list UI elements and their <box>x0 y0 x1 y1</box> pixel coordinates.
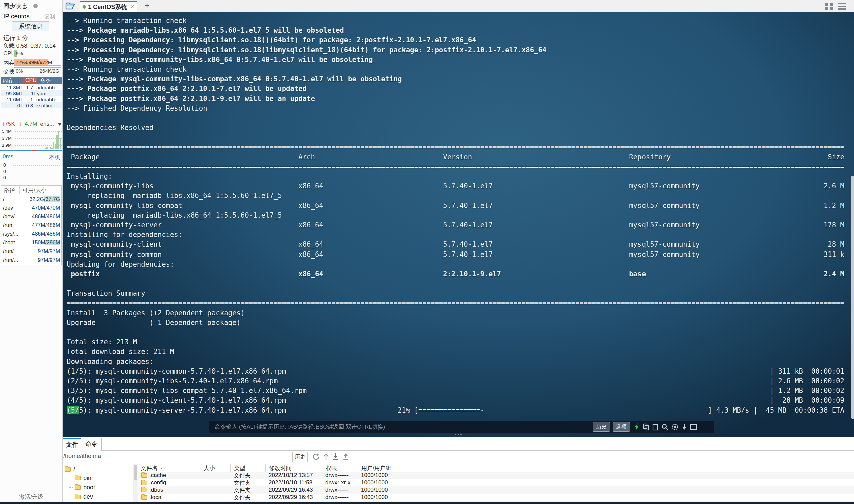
terminal-line: replacing mariadb-libs.x86_64 1:5.5.60-1… <box>67 212 844 221</box>
terminal-line <box>67 280 844 289</box>
tree-connector <box>69 487 74 488</box>
file-browser: /binbootdevetc 文件名▲大小类型修改时间权限用户/用户组 .cac… <box>63 464 854 502</box>
paste-icon[interactable] <box>652 423 658 431</box>
process-row[interactable]: 11.8M1.7urlgrabb <box>1 84 62 90</box>
system-info-button[interactable]: 系统信息 <box>12 21 49 31</box>
command-input[interactable] <box>215 424 590 430</box>
terminal-line: mysql-community-common x86_64 5.7.40-1.e… <box>67 251 844 260</box>
terminal-scrollbar[interactable] <box>851 176 854 419</box>
ping-target-link[interactable]: 本机 <box>49 154 60 161</box>
tab-files[interactable]: 文件 <box>63 438 81 451</box>
download-arrow-icon[interactable] <box>682 423 687 430</box>
file-header-4[interactable]: 权限 <box>322 464 358 472</box>
activate-upgrade-link[interactable]: 激活/升级 <box>0 493 62 501</box>
file-row[interactable]: .dbus文件夹2022/09/29 16:43drwx------1000/1… <box>138 486 854 494</box>
terminal-line: Installing for dependencies: <box>67 231 844 240</box>
tab-centos[interactable]: 1 CentOS系统 × <box>80 1 138 12</box>
network-bar <box>48 149 49 149</box>
network-bar <box>60 138 61 149</box>
layout-grid-icon[interactable] <box>825 3 833 10</box>
memory-meter-row: 内存 72%699M/972M <box>0 59 62 66</box>
tree-item-dev[interactable]: dev <box>69 492 93 501</box>
file-row[interactable]: .config文件夹2022/10/10 11:58drwxr-xr-x1000… <box>138 479 854 486</box>
file-row[interactable]: .local文件夹2022/09/29 16:43drwx------1000/… <box>138 494 854 501</box>
network-bar <box>58 131 59 149</box>
process-row[interactable]: 11.6M1urlgrabb <box>1 96 62 103</box>
gear-icon[interactable] <box>671 423 678 431</box>
chevron-down-icon[interactable] <box>58 123 62 126</box>
ping-graph: 0 0 0 <box>1 162 62 181</box>
disk-row[interactable]: /run/...97M/97M <box>1 256 61 265</box>
window-icon[interactable] <box>690 424 697 430</box>
process-table-body: 11.8M1.7urlgrabb99.8M1yum11.6M1urlgrabb0… <box>1 84 62 108</box>
sidebar: 同步状态 IP centos 复制 系统信息 运行 1 分 负载 0.58, 0… <box>0 0 63 502</box>
file-header-3[interactable]: 修改时间 <box>265 464 322 472</box>
search-icon[interactable] <box>661 423 668 430</box>
sort-ascending-icon[interactable]: ▲ <box>160 466 163 470</box>
download-arrow-icon: ↓ <box>19 121 22 127</box>
lightning-icon[interactable] <box>634 423 639 431</box>
download-file-icon[interactable] <box>332 453 339 460</box>
copy-icon[interactable] <box>642 423 649 431</box>
disk-row[interactable]: /sys/...486M/486M <box>1 230 61 238</box>
copy-ip-link[interactable]: 复制 <box>44 13 55 20</box>
process-header-command[interactable]: 命令 <box>37 77 62 84</box>
cpu-meter: 6% <box>14 50 61 57</box>
file-header-1[interactable]: 大小 <box>200 464 230 472</box>
file-row[interactable]: .cache文件夹2022/10/12 13:57drwx------1000/… <box>138 472 854 479</box>
disk-row[interactable]: /dev/...486M/486M <box>1 213 61 221</box>
terminal-line: Installing: <box>67 173 844 182</box>
menu-hamburger-icon[interactable] <box>838 3 846 10</box>
history-button[interactable]: 历史 <box>593 422 610 432</box>
path-history-button[interactable]: 历史 <box>292 452 308 462</box>
path-input[interactable] <box>63 453 250 460</box>
process-header-memory[interactable]: 内存 <box>1 77 23 84</box>
ping-latency: 0ms <box>3 154 13 160</box>
disk-header-path[interactable]: 路径 <box>1 186 20 194</box>
terminal-line: mysql-community-libs-compat x86_64 5.7.4… <box>67 202 844 212</box>
disk-header-size[interactable]: 可用/大小 <box>20 186 61 194</box>
file-header-2[interactable]: 类型 <box>230 464 265 472</box>
tree-item-root[interactable]: / <box>65 465 75 474</box>
tab-close-icon[interactable]: × <box>130 3 134 11</box>
disk-table-header[interactable]: 路径 可用/大小 <box>1 186 61 195</box>
process-row[interactable]: 00.3ksoftirq <box>1 103 62 108</box>
file-table-header[interactable]: 文件名▲大小类型修改时间权限用户/用户组 <box>138 464 854 472</box>
terminal-line: postfix x86_64 2:2.10.1-9.el7 base 2.4 M <box>67 270 844 280</box>
process-header-cpu[interactable]: CPU <box>23 77 37 84</box>
new-tab-button[interactable]: + <box>142 0 152 11</box>
uptime-label: 运行 1 分 <box>3 34 28 42</box>
disk-row[interactable]: /run/...97M/97M <box>1 247 61 256</box>
tab-commands[interactable]: 命令 <box>81 438 102 451</box>
bottom-tabs: 文件 命令 <box>63 437 854 451</box>
disk-row[interactable]: /dev470M/470M <box>1 204 61 213</box>
open-folder-icon[interactable] <box>66 2 76 10</box>
memory-meter: 72%699M/972M <box>14 59 61 66</box>
process-table-header[interactable]: 内存 CPU 命令 <box>1 77 62 84</box>
upload-file-icon[interactable] <box>342 453 349 460</box>
options-button[interactable]: 选项 <box>613 422 630 432</box>
terminal[interactable]: --> Running transaction check---> Packag… <box>63 12 854 437</box>
terminal-line: Transaction Summary <box>67 289 844 299</box>
network-graph-baseline-marker <box>32 150 37 151</box>
terminal-line: Updating for dependencies: <box>67 260 844 270</box>
process-row[interactable]: 99.8M1yum <box>1 90 62 96</box>
disk-row[interactable]: /run477M/486M <box>1 221 61 230</box>
network-interface-select[interactable]: ens... <box>40 121 54 127</box>
disk-row[interactable]: /boot150M/296M <box>1 238 61 247</box>
tree-item-bin[interactable]: bin <box>69 474 91 482</box>
tree-item-boot[interactable]: boot <box>69 483 95 492</box>
splitter-handle[interactable] <box>455 434 462 435</box>
network-graph-bars <box>45 130 61 149</box>
file-header-5[interactable]: 用户/用户组 <box>358 464 402 472</box>
swap-percent: 0% <box>16 68 23 74</box>
disk-row[interactable]: /32.2G/37.7G <box>1 195 61 204</box>
disk-table-body: /32.2G/37.7G/dev470M/470M/dev/...486M/48… <box>1 195 61 265</box>
file-header-0[interactable]: 文件名▲ <box>138 464 200 472</box>
terminal-line: ========================================… <box>67 299 844 308</box>
file-table: 文件名▲大小类型修改时间权限用户/用户组 .cache文件夹2022/10/12… <box>138 464 854 502</box>
folder-icon <box>75 495 81 499</box>
terminal-line: --> Finished Dependency Resolution <box>67 104 844 114</box>
refresh-icon[interactable] <box>312 453 320 460</box>
parent-directory-icon[interactable] <box>323 453 329 460</box>
